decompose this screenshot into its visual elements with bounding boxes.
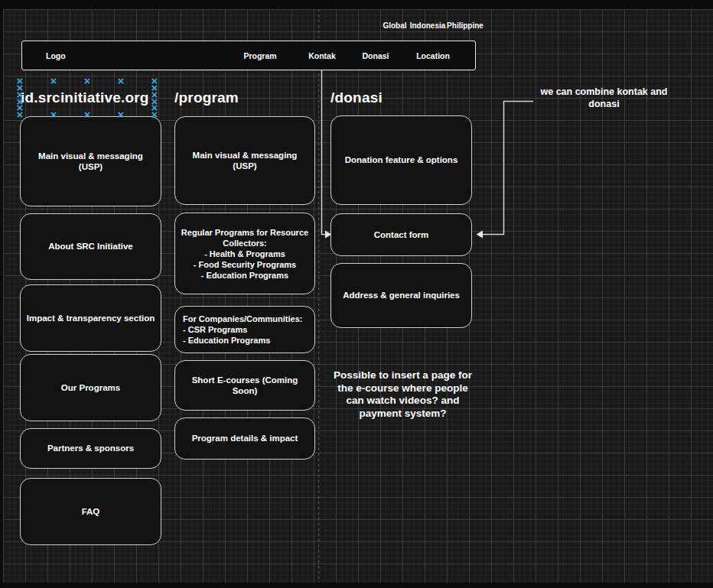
nav-logo[interactable]: Logo	[46, 51, 66, 60]
column-title-program[interactable]: /program	[174, 89, 239, 106]
contact-form-box[interactable]: Contact form	[330, 213, 472, 256]
region-tab-philippine[interactable]: Philippine	[447, 21, 483, 30]
nav-item-location[interactable]: Location	[416, 51, 450, 60]
column-title-home[interactable]: id.srcinitiative.org	[21, 89, 149, 106]
nav-item-donasi[interactable]: Donasi	[362, 51, 389, 60]
combine-kontak-note[interactable]: we can combine kontak and donasi	[529, 86, 679, 110]
home-hero-box[interactable]: Main visual & messaging (USP)	[20, 116, 161, 206]
selection-handle-icon[interactable]: ×	[116, 76, 125, 86]
column-title-donasi[interactable]: /donasi	[330, 89, 383, 106]
about-box[interactable]: About SRC Initiative	[20, 213, 161, 280]
program-hero-box[interactable]: Main visual & messaging (USP)	[174, 116, 315, 205]
impact-box[interactable]: Impact & transparency section	[20, 284, 161, 352]
selection-handle-icon[interactable]: ×	[83, 76, 92, 86]
companies-programs-box[interactable]: For Companies/Communities: - CSR Program…	[174, 306, 315, 353]
wireframe-navbar[interactable]: Logo Program Kontak Donasi Location	[21, 41, 476, 70]
nav-item-program[interactable]: Program	[243, 51, 276, 60]
region-tab-indonesia[interactable]: Indonesia	[410, 21, 446, 30]
regular-programs-box[interactable]: Regular Programs for Resource Collectors…	[174, 213, 315, 294]
selection-handle-icon[interactable]: ×	[116, 110, 125, 119]
ecourses-box[interactable]: Short E-courses (Coming Soon)	[174, 360, 315, 411]
faq-box[interactable]: FAQ	[20, 478, 161, 545]
address-box[interactable]: Address & general inquiries	[330, 263, 472, 328]
program-details-box[interactable]: Program details & impact	[174, 417, 315, 460]
ecourse-question-note[interactable]: Possible to insert a page for the e-cour…	[321, 369, 485, 420]
partners-box[interactable]: Partners & sponsors	[20, 428, 161, 469]
nav-item-kontak[interactable]: Kontak	[308, 51, 336, 60]
selection-handle-icon[interactable]: ×	[15, 103, 24, 112]
selection-handle-icon[interactable]: ×	[49, 110, 58, 119]
our-programs-box[interactable]: Our Programs	[20, 354, 161, 421]
selection-handle-icon[interactable]: ×	[150, 103, 159, 112]
selection-handle-icon[interactable]: ×	[49, 76, 58, 86]
donation-box[interactable]: Donation feature & options	[330, 115, 472, 205]
whiteboard-frame: Global Indonesia Philippine Logo Program…	[0, 0, 713, 588]
region-tab-global[interactable]: Global	[383, 21, 406, 30]
selection-handle-icon[interactable]: ×	[83, 110, 92, 119]
